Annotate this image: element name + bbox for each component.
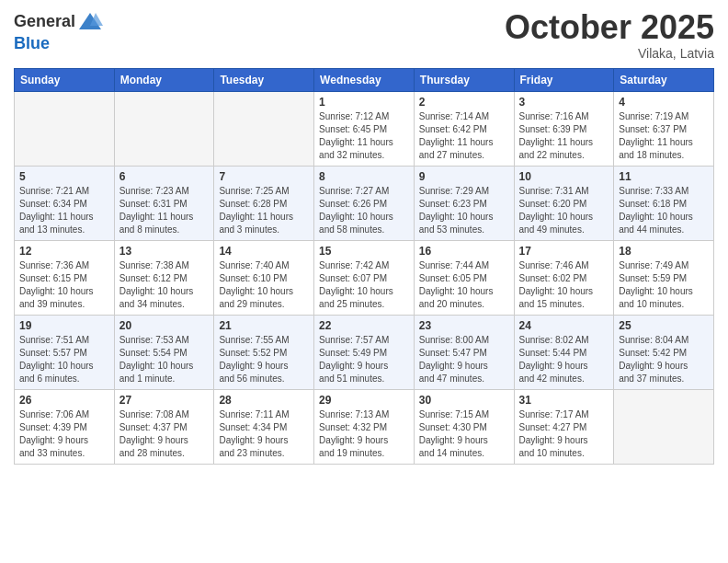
calendar-cell: 21Sunrise: 7:55 AM Sunset: 5:52 PM Dayli… [214, 315, 314, 389]
weekday-header-tuesday: Tuesday [214, 68, 314, 91]
calendar-cell [15, 91, 115, 166]
logo-blue-text: Blue [14, 35, 103, 53]
day-number: 17 [519, 245, 609, 258]
day-info: Sunrise: 7:29 AM Sunset: 6:23 PM Dayligh… [419, 185, 509, 236]
day-info: Sunrise: 7:08 AM Sunset: 4:37 PM Dayligh… [119, 408, 210, 460]
logo-icon [77, 9, 103, 35]
day-number: 11 [619, 170, 709, 183]
calendar-cell: 9Sunrise: 7:29 AM Sunset: 6:23 PM Daylig… [414, 166, 514, 240]
day-number: 2 [419, 96, 509, 109]
day-info: Sunrise: 7:42 AM Sunset: 6:07 PM Dayligh… [319, 259, 409, 311]
day-info: Sunrise: 7:15 AM Sunset: 4:30 PM Dayligh… [419, 408, 509, 460]
calendar-cell: 15Sunrise: 7:42 AM Sunset: 6:07 PM Dayli… [314, 240, 415, 315]
calendar-week-row: 26Sunrise: 7:06 AM Sunset: 4:39 PM Dayli… [15, 389, 714, 464]
calendar-cell: 3Sunrise: 7:16 AM Sunset: 6:39 PM Daylig… [514, 91, 614, 166]
day-number: 29 [319, 394, 409, 407]
calendar-cell [114, 91, 214, 166]
weekday-header-wednesday: Wednesday [314, 68, 415, 91]
day-number: 31 [519, 394, 609, 407]
logo-general-text: General [14, 13, 75, 31]
day-info: Sunrise: 7:19 AM Sunset: 6:37 PM Dayligh… [619, 110, 709, 162]
day-info: Sunrise: 7:11 AM Sunset: 4:34 PM Dayligh… [219, 408, 309, 460]
calendar-cell: 20Sunrise: 7:53 AM Sunset: 5:54 PM Dayli… [114, 315, 214, 389]
day-number: 13 [119, 245, 210, 258]
calendar-cell: 11Sunrise: 7:33 AM Sunset: 6:18 PM Dayli… [614, 166, 714, 240]
calendar-week-row: 12Sunrise: 7:36 AM Sunset: 6:15 PM Dayli… [15, 240, 714, 315]
day-info: Sunrise: 7:17 AM Sunset: 4:27 PM Dayligh… [519, 408, 609, 460]
day-number: 27 [119, 394, 210, 407]
calendar-week-row: 19Sunrise: 7:51 AM Sunset: 5:57 PM Dayli… [15, 315, 714, 389]
day-number: 24 [519, 319, 609, 332]
day-number: 15 [319, 245, 409, 258]
day-info: Sunrise: 7:36 AM Sunset: 6:15 PM Dayligh… [19, 259, 109, 311]
day-info: Sunrise: 7:55 AM Sunset: 5:52 PM Dayligh… [219, 334, 309, 385]
weekday-header-friday: Friday [514, 68, 614, 91]
day-number: 1 [319, 96, 409, 109]
day-number: 4 [619, 96, 709, 109]
calendar-cell: 5Sunrise: 7:21 AM Sunset: 6:34 PM Daylig… [15, 166, 115, 240]
title-area: October 2025 Vilaka, Latvia [505, 9, 714, 61]
calendar-cell: 8Sunrise: 7:27 AM Sunset: 6:26 PM Daylig… [314, 166, 415, 240]
calendar-cell: 25Sunrise: 8:04 AM Sunset: 5:42 PM Dayli… [614, 315, 714, 389]
day-number: 16 [419, 245, 509, 258]
day-info: Sunrise: 7:31 AM Sunset: 6:20 PM Dayligh… [519, 185, 609, 236]
day-number: 9 [419, 170, 509, 183]
calendar-week-row: 5Sunrise: 7:21 AM Sunset: 6:34 PM Daylig… [15, 166, 714, 240]
day-number: 6 [119, 170, 210, 183]
calendar-cell: 24Sunrise: 8:02 AM Sunset: 5:44 PM Dayli… [514, 315, 614, 389]
day-info: Sunrise: 7:16 AM Sunset: 6:39 PM Dayligh… [519, 110, 609, 162]
calendar-cell: 23Sunrise: 8:00 AM Sunset: 5:47 PM Dayli… [414, 315, 514, 389]
calendar-cell: 4Sunrise: 7:19 AM Sunset: 6:37 PM Daylig… [614, 91, 714, 166]
calendar-cell: 12Sunrise: 7:36 AM Sunset: 6:15 PM Dayli… [15, 240, 115, 315]
day-info: Sunrise: 8:04 AM Sunset: 5:42 PM Dayligh… [619, 334, 709, 385]
calendar-cell: 30Sunrise: 7:15 AM Sunset: 4:30 PM Dayli… [414, 389, 514, 464]
day-info: Sunrise: 8:00 AM Sunset: 5:47 PM Dayligh… [419, 334, 509, 385]
day-info: Sunrise: 8:02 AM Sunset: 5:44 PM Dayligh… [519, 334, 609, 385]
day-number: 19 [19, 319, 109, 332]
day-info: Sunrise: 7:53 AM Sunset: 5:54 PM Dayligh… [119, 334, 210, 385]
calendar-cell [214, 91, 314, 166]
day-info: Sunrise: 7:49 AM Sunset: 5:59 PM Dayligh… [619, 259, 709, 311]
day-number: 30 [419, 394, 509, 407]
day-info: Sunrise: 7:40 AM Sunset: 6:10 PM Dayligh… [219, 259, 309, 311]
day-number: 5 [19, 170, 109, 183]
calendar-cell: 10Sunrise: 7:31 AM Sunset: 6:20 PM Dayli… [514, 166, 614, 240]
header: General Blue October 2025 Vilaka, Latvia [14, 9, 714, 61]
month-title: October 2025 [505, 9, 714, 46]
day-number: 7 [219, 170, 309, 183]
day-info: Sunrise: 7:27 AM Sunset: 6:26 PM Dayligh… [319, 185, 409, 236]
day-info: Sunrise: 7:51 AM Sunset: 5:57 PM Dayligh… [19, 334, 109, 385]
calendar-cell: 26Sunrise: 7:06 AM Sunset: 4:39 PM Dayli… [15, 389, 115, 464]
calendar-cell: 2Sunrise: 7:14 AM Sunset: 6:42 PM Daylig… [414, 91, 514, 166]
calendar-cell: 1Sunrise: 7:12 AM Sunset: 6:45 PM Daylig… [314, 91, 415, 166]
day-number: 26 [19, 394, 109, 407]
day-number: 18 [619, 245, 709, 258]
calendar-cell: 14Sunrise: 7:40 AM Sunset: 6:10 PM Dayli… [214, 240, 314, 315]
day-info: Sunrise: 7:38 AM Sunset: 6:12 PM Dayligh… [119, 259, 210, 311]
calendar-table: SundayMondayTuesdayWednesdayThursdayFrid… [14, 68, 714, 465]
day-info: Sunrise: 7:12 AM Sunset: 6:45 PM Dayligh… [319, 110, 409, 162]
day-number: 14 [219, 245, 309, 258]
calendar-cell: 7Sunrise: 7:25 AM Sunset: 6:28 PM Daylig… [214, 166, 314, 240]
logo: General Blue [14, 9, 103, 53]
day-info: Sunrise: 7:44 AM Sunset: 6:05 PM Dayligh… [419, 259, 509, 311]
calendar-cell: 31Sunrise: 7:17 AM Sunset: 4:27 PM Dayli… [514, 389, 614, 464]
calendar-cell: 18Sunrise: 7:49 AM Sunset: 5:59 PM Dayli… [614, 240, 714, 315]
weekday-header-monday: Monday [114, 68, 214, 91]
calendar-cell: 22Sunrise: 7:57 AM Sunset: 5:49 PM Dayli… [314, 315, 415, 389]
calendar-cell: 28Sunrise: 7:11 AM Sunset: 4:34 PM Dayli… [214, 389, 314, 464]
location-subtitle: Vilaka, Latvia [505, 46, 714, 61]
calendar-cell: 27Sunrise: 7:08 AM Sunset: 4:37 PM Dayli… [114, 389, 214, 464]
weekday-header-saturday: Saturday [614, 68, 714, 91]
calendar-cell: 17Sunrise: 7:46 AM Sunset: 6:02 PM Dayli… [514, 240, 614, 315]
day-info: Sunrise: 7:21 AM Sunset: 6:34 PM Dayligh… [19, 185, 109, 236]
calendar-cell [614, 389, 714, 464]
day-info: Sunrise: 7:23 AM Sunset: 6:31 PM Dayligh… [119, 185, 210, 236]
day-info: Sunrise: 7:06 AM Sunset: 4:39 PM Dayligh… [19, 408, 109, 460]
calendar-page: General Blue October 2025 Vilaka, Latvia… [0, 0, 728, 563]
calendar-cell: 16Sunrise: 7:44 AM Sunset: 6:05 PM Dayli… [414, 240, 514, 315]
calendar-cell: 13Sunrise: 7:38 AM Sunset: 6:12 PM Dayli… [114, 240, 214, 315]
day-number: 22 [319, 319, 409, 332]
day-info: Sunrise: 7:25 AM Sunset: 6:28 PM Dayligh… [219, 185, 309, 236]
day-number: 20 [119, 319, 210, 332]
